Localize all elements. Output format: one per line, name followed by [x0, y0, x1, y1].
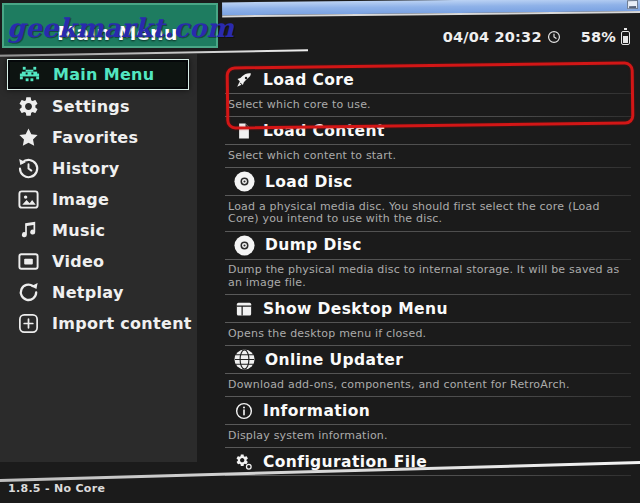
sidebar-item-settings[interactable]: Settings	[0, 91, 197, 122]
menu-entry-title-row[interactable]: Online Updater	[225, 346, 631, 373]
menu-entry-title-row[interactable]: Load Core	[225, 66, 631, 93]
gear-icon	[17, 95, 40, 118]
menu-entry-label: Online Updater	[265, 351, 403, 369]
clock-icon	[547, 30, 561, 44]
menu-entry-title-row[interactable]: Load Content	[225, 117, 631, 144]
menu-entry-description: Select which core to use.	[225, 94, 631, 116]
sidebar-item-import-content[interactable]: Import content	[0, 308, 197, 339]
info-icon	[235, 402, 253, 420]
menu-entry-online-updater[interactable]: Online Updater Download add-ons, compone…	[225, 346, 631, 397]
menu-entry-label: Load Core	[263, 71, 354, 89]
sidebar-item-history[interactable]: History	[0, 153, 197, 184]
menu-entry-title-row[interactable]: Load Disc	[225, 168, 631, 195]
image-icon	[17, 188, 40, 211]
menu-entry-information[interactable]: Information Display system information.	[225, 397, 631, 448]
menu-entry-description: Display system information.	[225, 425, 631, 447]
sidebar-list: Main Menu Settings Favorites History Ima…	[0, 54, 197, 339]
menu-entry-title-row[interactable]: Dump Disc	[225, 232, 631, 259]
sidebar-item-main-menu[interactable]: Main Menu	[7, 59, 189, 90]
plus-box-icon	[17, 312, 40, 335]
sidebar-item-video[interactable]: Video	[0, 246, 197, 277]
sidebar-item-label: Music	[52, 221, 105, 240]
sidebar-item-label: Settings	[52, 97, 130, 116]
menu-entry-title-row[interactable]: Show Desktop Menu	[225, 295, 631, 322]
history-icon	[17, 157, 40, 180]
star-icon	[17, 126, 40, 149]
menu-entry-dump-disc[interactable]: Dump Disc Dump the physical media disc t…	[225, 232, 631, 296]
battery-percent-text: 58%	[581, 29, 616, 45]
sidebar-item-label: Favorites	[52, 128, 138, 147]
menu-entry-load-disc[interactable]: Load Disc Load a physical media disc. Yo…	[225, 168, 631, 232]
menu-entry-description: Opens the desktop menu if closed.	[225, 323, 631, 345]
video-icon	[17, 250, 40, 273]
menu-entry-load-core[interactable]: Load Core Select which core to use.	[225, 66, 631, 117]
sidebar-item-netplay[interactable]: Netplay	[0, 277, 197, 308]
sidebar-item-label: Video	[52, 252, 104, 271]
menu-entry-label: Show Desktop Menu	[263, 300, 448, 318]
desktop-window-icon	[235, 300, 253, 318]
menu-entry-label: Dump Disc	[265, 236, 362, 254]
file-icon	[235, 122, 253, 140]
disc-icon	[233, 234, 256, 257]
menu-entry-description: Select which content to start.	[225, 145, 631, 167]
menu-entry-label: Load Content	[263, 122, 385, 140]
sidebar-item-label: Netplay	[52, 283, 124, 302]
status-bar: 04/04 20:32 58%	[443, 29, 630, 45]
menu-entry-title-row[interactable]: Information	[225, 397, 631, 424]
sidebar-item-image[interactable]: Image	[0, 184, 197, 215]
menu-entry-label: Information	[263, 402, 370, 420]
separator-line	[225, 475, 631, 476]
minimize-button[interactable]	[627, 0, 638, 9]
menu-entry-list: Load Core Select which core to use. Load…	[225, 66, 631, 476]
sidebar: Main Menu Settings Favorites History Ima…	[0, 54, 197, 462]
os-titlebar	[222, 0, 640, 17]
menu-entry-description: Dump the physical media disc to internal…	[225, 260, 631, 295]
invader-icon	[18, 63, 41, 86]
music-icon	[17, 219, 40, 242]
menu-entry-label: Load Disc	[265, 173, 353, 191]
sidebar-item-label: Image	[52, 190, 109, 209]
globe-icon	[233, 348, 256, 371]
menu-entry-description: Load a physical media disc. You should f…	[225, 196, 631, 231]
datetime-text: 04/04 20:32	[443, 29, 542, 45]
battery-icon	[621, 31, 630, 45]
menu-entry-description: Download add-ons, components, and conten…	[225, 374, 631, 396]
netplay-icon	[17, 281, 40, 304]
menu-entry-show-desktop-menu[interactable]: Show Desktop Menu Opens the desktop menu…	[225, 295, 631, 346]
watermark-text: geekmarkt.com	[7, 13, 217, 43]
version-text: 1.8.5 - No Core	[8, 482, 105, 495]
sidebar-item-favorites[interactable]: Favorites	[0, 122, 197, 153]
menu-entry-load-content[interactable]: Load Content Select which content to sta…	[225, 117, 631, 168]
sidebar-item-music[interactable]: Music	[0, 215, 197, 246]
disc-icon	[233, 170, 256, 193]
sidebar-item-label: Import content	[52, 314, 192, 333]
config-gears-icon	[235, 453, 253, 471]
sidebar-item-label: History	[52, 159, 119, 178]
sidebar-item-label: Main Menu	[53, 65, 154, 84]
rocket-icon	[235, 71, 253, 89]
